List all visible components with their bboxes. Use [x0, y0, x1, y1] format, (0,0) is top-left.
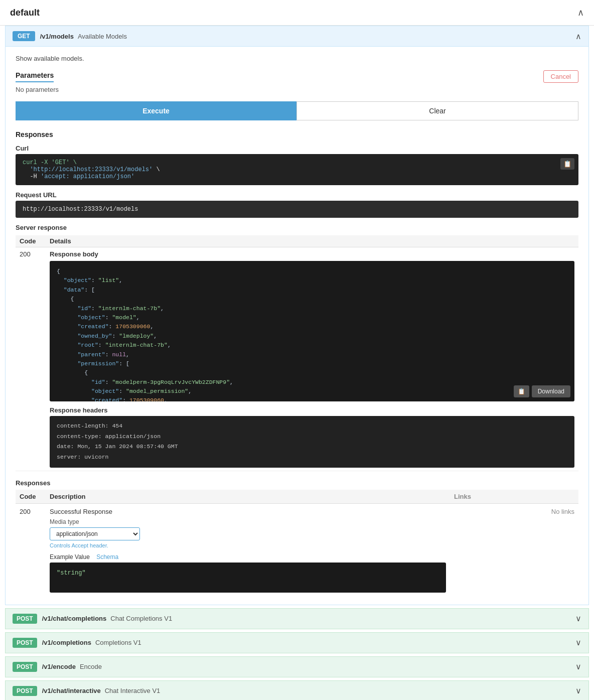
rb-line: "object": "list", [57, 277, 122, 284]
resp-desc-header: Description [46, 490, 450, 504]
request-url-label: Request URL [16, 191, 578, 199]
post-section-chat-interactive: POST /v1/chat/interactive Chat Interacti… [5, 680, 589, 700]
example-value-label: Example Value Schema [50, 553, 446, 561]
post-header-chat-completions[interactable]: POST /v1/chat/completions Chat Completio… [6, 609, 588, 629]
post-chevron-1[interactable]: ∨ [575, 614, 581, 623]
response-headers-label: Response headers [50, 406, 574, 414]
header-line-1: content-length: 454 [57, 421, 567, 432]
rb-line: "created": 1705309060, [57, 397, 168, 401]
action-buttons: Execute Clear [16, 101, 578, 120]
get-header[interactable]: GET /v1/models Available Models ∧ [6, 26, 588, 47]
rb-line: { [57, 268, 60, 274]
header-line-2: content-type: application/json [57, 432, 567, 442]
post-section-completions: POST /v1/completions Completions V1 ∨ [5, 632, 589, 653]
resp-code-header: Code [16, 490, 46, 504]
code-header: Code [16, 235, 46, 247]
curl-section: Curl curl -X 'GET' \ 'http://localhost:2… [16, 145, 578, 185]
get-path: /v1/models [40, 33, 74, 40]
resp-links-header: Links [450, 490, 578, 504]
rb-line: "owned_by": "lmdeploy", [57, 333, 157, 339]
media-type-select[interactable]: application/json [50, 527, 140, 540]
responses-desc-title: Responses [16, 479, 578, 487]
rb-line: "id": "internlm-chat-7b", [57, 305, 164, 312]
resp-row-code: 200 [16, 503, 46, 597]
page-header: default ∧ [0, 0, 594, 26]
params-title: Parameters [16, 71, 54, 82]
media-type-label: Media type [50, 518, 446, 525]
header-line-4: server: uvicorn [57, 452, 567, 463]
post-chevron-2[interactable]: ∨ [575, 638, 581, 647]
response-table: Code Details 200 Response body { "object… [16, 235, 578, 471]
no-params-text: No parameters [16, 86, 578, 93]
header-line-3: date: Mon, 15 Jan 2024 08:57:40 GMT [57, 442, 567, 452]
response-body-label: Response body [50, 250, 574, 258]
curl-block: curl -X 'GET' \ 'http://localhost:23333/… [16, 154, 578, 185]
post-chevron-3[interactable]: ∨ [575, 662, 581, 671]
params-header: Parameters Cancel [16, 70, 578, 83]
rb-line: "object": "model_permission", [57, 388, 192, 394]
rb-line: "permission": [ [57, 360, 129, 367]
response-code: 200 [16, 247, 46, 471]
execute-button[interactable]: Execute [16, 101, 296, 120]
post-header-encode[interactable]: POST /v1/encode Encode ∨ [6, 657, 588, 677]
server-response-section: Server response Code Details 200 Respons… [16, 224, 578, 471]
resp-row-desc: Successful Response Media type applicati… [46, 503, 450, 597]
rb-line: "parent": null, [57, 351, 129, 358]
post-desc-1: Chat Completions V1 [110, 615, 172, 622]
server-response-label: Server response [16, 224, 578, 231]
get-body-description: Show available models. [16, 55, 578, 62]
get-section: GET /v1/models Available Models ∧ Show a… [5, 26, 589, 605]
get-chevron-icon[interactable]: ∧ [575, 32, 581, 41]
post-section-chat-completions: POST /v1/chat/completions Chat Completio… [5, 608, 589, 629]
details-header: Details [46, 235, 578, 247]
response-body-block: { "object": "list", "data": [ { "id": "i… [50, 261, 574, 401]
curl-line3: -H 'accept: application/json' [23, 173, 134, 180]
post-badge-4: POST [13, 686, 37, 696]
post-header-chat-interactive[interactable]: POST /v1/chat/interactive Chat Interacti… [6, 681, 588, 700]
post-path-2: /v1/completions [42, 639, 91, 646]
post-desc-3: Encode [80, 663, 102, 670]
post-path-4: /v1/chat/interactive [42, 687, 101, 694]
schema-link[interactable]: Schema [96, 553, 118, 561]
parameters-section: Parameters Cancel No parameters [16, 70, 578, 93]
post-header-completions[interactable]: POST /v1/completions Completions V1 ∨ [6, 633, 588, 653]
post-badge-2: POST [13, 638, 37, 648]
resp-desc-table: Code Description Links 200 Successful Re… [16, 490, 578, 597]
rb-line: "created": 1705309060, [57, 323, 154, 330]
download-button[interactable]: Download [532, 385, 570, 397]
post-badge-1: POST [13, 614, 37, 624]
get-body: Show available models. Parameters Cancel… [6, 47, 588, 605]
get-badge: GET [13, 31, 35, 41]
url-block: http://localhost:23333/v1/models [16, 201, 578, 218]
request-url-section: Request URL http://localhost:23333/v1/mo… [16, 191, 578, 218]
rb-line: { [57, 369, 88, 376]
rb-line: "id": "modelperm-3pgRoqLrvJvcYWb2ZDFNP9"… [57, 379, 233, 385]
copy-curl-button[interactable]: 📋 [560, 158, 574, 170]
headers-block: content-length: 454 content-type: applic… [50, 416, 574, 468]
response-row-200: 200 Response body { "object": "list", "d… [16, 247, 578, 471]
rb-line: "data": [ [57, 287, 95, 293]
post-desc-2: Completions V1 [95, 639, 141, 646]
response-details: Response body { "object": "list", "data"… [46, 247, 578, 471]
clear-button[interactable]: Clear [296, 101, 578, 120]
post-chevron-4[interactable]: ∨ [575, 686, 581, 695]
responses-title: Responses [16, 130, 578, 138]
post-path-3: /v1/encode [42, 663, 76, 670]
get-description: Available Models [78, 33, 127, 40]
resp-desc-row: 200 Successful Response Media type appli… [16, 503, 578, 597]
accept-header-link[interactable]: Controls Accept header. [50, 542, 446, 548]
responses-desc-section: Responses Code Description Links 200 [16, 479, 578, 597]
curl-line2: 'http://localhost:23333/v1/models' \ [23, 166, 160, 173]
copy-response-button[interactable]: 📋 [514, 385, 529, 397]
post-badge-3: POST [13, 662, 37, 672]
example-block: "string" [50, 563, 446, 593]
collapse-header-icon[interactable]: ∧ [577, 7, 584, 18]
page-title: default [10, 8, 40, 18]
curl-label: Curl [16, 145, 578, 152]
post-desc-4: Chat Interactive V1 [105, 687, 161, 694]
cancel-button[interactable]: Cancel [543, 70, 578, 83]
rb-line: { [57, 296, 74, 302]
example-value-text: Example Value [50, 553, 90, 561]
post-path-1: /v1/chat/completions [42, 615, 107, 622]
successful-response-text: Successful Response [50, 508, 446, 515]
